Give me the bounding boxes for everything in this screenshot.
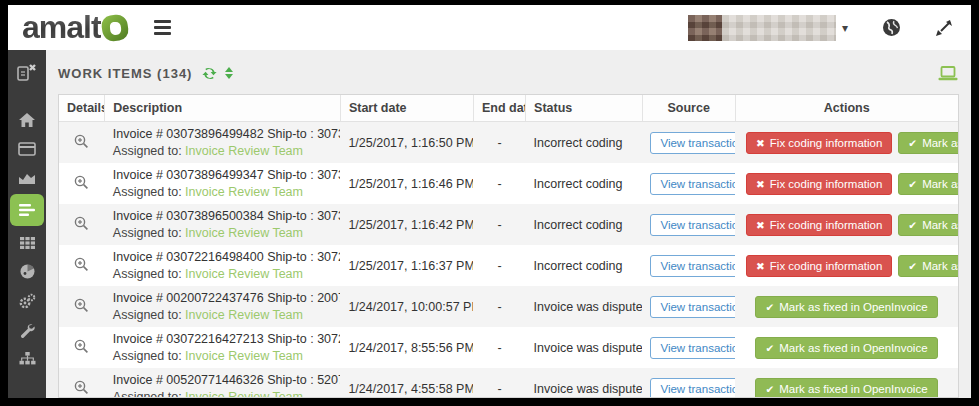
start-date: 1/25/2017, 1:16:50 PM — [340, 122, 473, 164]
sidebar-item-dashboard-gauge[interactable] — [10, 257, 44, 286]
main-content: WORK ITEMS (134) — [46, 50, 971, 398]
end-date: - — [473, 163, 525, 204]
mark-as-fixed-in-openinvoice-button[interactable]: ✔Mark as fixed in OpenInvoice — [755, 296, 937, 318]
end-date: - — [473, 204, 525, 245]
end-date: - — [473, 368, 525, 398]
sidebar-item-sitemap[interactable] — [10, 344, 44, 373]
start-date: 1/24/2017, 8:55:56 PM — [340, 327, 473, 368]
assigned-to-line: Assigned to: Invoice Review Team — [113, 143, 333, 160]
zoom-in-icon[interactable] — [74, 175, 89, 190]
fix-coding-information-button[interactable]: ✖Fix coding information — [746, 214, 892, 236]
sidebar-item-services-gears[interactable] — [10, 286, 44, 315]
end-date: - — [473, 286, 525, 327]
mark-as-done-button[interactable]: ✔Mark as done — [898, 255, 958, 277]
status-text: Invoice was disputed — [526, 286, 643, 327]
assigned-team-link[interactable]: Invoice Review Team — [185, 226, 303, 240]
logo-text: amalt — [22, 9, 101, 46]
zoom-in-icon[interactable] — [74, 216, 89, 231]
assigned-team-link[interactable]: Invoice Review Team — [185, 185, 303, 199]
fullscreen-expand-icon[interactable] — [935, 19, 953, 37]
view-transaction-button[interactable]: View transaction — [650, 255, 735, 277]
zoom-in-icon[interactable] — [74, 380, 89, 395]
logo-o-icon — [100, 13, 129, 42]
table-row: Invoice # 00200722437476 Ship-to : 20072… — [59, 286, 958, 327]
sidebar-item-tools-wrench[interactable] — [10, 315, 44, 344]
sidebar-item-area-chart[interactable] — [10, 163, 44, 192]
check-icon: ✔ — [908, 137, 917, 149]
amalto-logo[interactable]: amalt — [22, 9, 128, 46]
view-transaction-button[interactable]: View transaction — [650, 337, 735, 359]
mark-as-fixed-in-openinvoice-button[interactable]: ✔Mark as fixed in OpenInvoice — [755, 378, 937, 399]
zoom-in-icon[interactable] — [74, 257, 89, 272]
laptop-icon[interactable] — [937, 65, 959, 82]
fix-coding-information-button[interactable]: ✖Fix coding information — [746, 132, 892, 154]
table-row: Invoice # 03073896499482 Ship-to : 30738… — [59, 122, 958, 164]
chevron-down-icon: ▾ — [842, 21, 848, 35]
fix-coding-information-button[interactable]: ✖Fix coding information — [746, 255, 892, 277]
sidebar-item-card[interactable] — [10, 134, 44, 163]
top-bar: amalt ▾ — [8, 5, 971, 50]
start-date: 1/25/2017, 1:16:42 PM — [340, 204, 473, 245]
check-icon: ✔ — [908, 260, 917, 272]
x-icon: ✖ — [756, 260, 765, 272]
invoice-description: Invoice # 00520771446326 Ship-to : 52077… — [113, 372, 333, 389]
fix-coding-information-button[interactable]: ✖Fix coding information — [746, 173, 892, 195]
sidebar-item-work-items[interactable] — [10, 194, 44, 226]
end-date: - — [473, 245, 525, 286]
mark-as-done-button[interactable]: ✔Mark as done — [898, 132, 958, 154]
zoom-in-icon[interactable] — [74, 134, 89, 149]
mark-as-done-button[interactable]: ✔Mark as done — [898, 173, 958, 195]
refresh-icon[interactable] — [202, 66, 217, 81]
assigned-team-link[interactable]: Invoice Review Team — [185, 349, 303, 363]
start-date: 1/25/2017, 1:16:46 PM — [340, 163, 473, 204]
check-icon: ✔ — [908, 178, 917, 190]
globe-icon[interactable] — [882, 18, 901, 37]
assigned-team-link[interactable]: Invoice Review Team — [185, 267, 303, 281]
col-start-date: Start date — [340, 95, 473, 122]
view-transaction-button[interactable]: View transaction — [650, 132, 735, 154]
table-header-row: Details Description Start date End date … — [59, 95, 958, 122]
view-transaction-button[interactable]: View transaction — [650, 173, 735, 195]
assigned-team-link[interactable]: Invoice Review Team — [185, 308, 303, 322]
sort-icon[interactable] — [225, 67, 233, 79]
status-text: Incorrect coding — [526, 204, 643, 245]
start-date: 1/24/2017, 10:00:57 PM — [340, 286, 473, 327]
assigned-team-link[interactable]: Invoice Review Team — [185, 390, 303, 399]
mark-as-done-button[interactable]: ✔Mark as done — [898, 214, 958, 236]
invoice-description: Invoice # 03072216498400 Ship-to : 30722… — [113, 249, 333, 266]
x-icon: ✖ — [756, 137, 765, 149]
zoom-in-icon[interactable] — [74, 298, 89, 313]
sidebar-item-document-close[interactable] — [10, 58, 44, 87]
col-status: Status — [526, 95, 643, 122]
work-items-table-card: Details Description Start date End date … — [58, 94, 959, 398]
col-source: Source — [642, 95, 735, 122]
menu-toggle-icon[interactable] — [154, 20, 171, 35]
sidebar-item-home[interactable] — [10, 105, 44, 134]
x-icon: ✖ — [756, 178, 765, 190]
end-date: - — [473, 122, 525, 164]
user-menu[interactable]: ▾ — [688, 15, 848, 41]
mark-as-fixed-in-openinvoice-button[interactable]: ✔Mark as fixed in OpenInvoice — [755, 337, 937, 359]
col-actions: Actions — [735, 95, 958, 122]
app-window: amalt ▾ — [0, 0, 979, 406]
check-icon: ✔ — [765, 301, 774, 313]
invoice-description: Invoice # 03073896499347 Ship-to : 30738… — [113, 167, 333, 184]
view-transaction-button[interactable]: View transaction — [650, 214, 735, 236]
status-text: Invoice was disputed — [526, 327, 643, 368]
assigned-team-link[interactable]: Invoice Review Team — [185, 144, 303, 158]
status-text: Incorrect coding — [526, 122, 643, 164]
status-text: Incorrect coding — [526, 245, 643, 286]
view-transaction-button[interactable]: View transaction — [650, 378, 735, 399]
sidebar-item-data-grid[interactable] — [10, 228, 44, 257]
work-items-table: Details Description Start date End date … — [59, 95, 958, 398]
close-icon — [30, 65, 35, 70]
page-title: WORK ITEMS (134) — [58, 66, 192, 81]
col-details: Details — [59, 95, 105, 122]
check-icon: ✔ — [765, 342, 774, 354]
view-transaction-button[interactable]: View transaction — [650, 296, 735, 318]
user-name-redacted — [688, 15, 836, 41]
start-date: 1/25/2017, 1:16:37 PM — [340, 245, 473, 286]
assigned-to-line: Assigned to: Invoice Review Team — [113, 348, 333, 365]
zoom-in-icon[interactable] — [74, 339, 89, 354]
table-row: Invoice # 03073896499347 Ship-to : 30738… — [59, 163, 958, 204]
